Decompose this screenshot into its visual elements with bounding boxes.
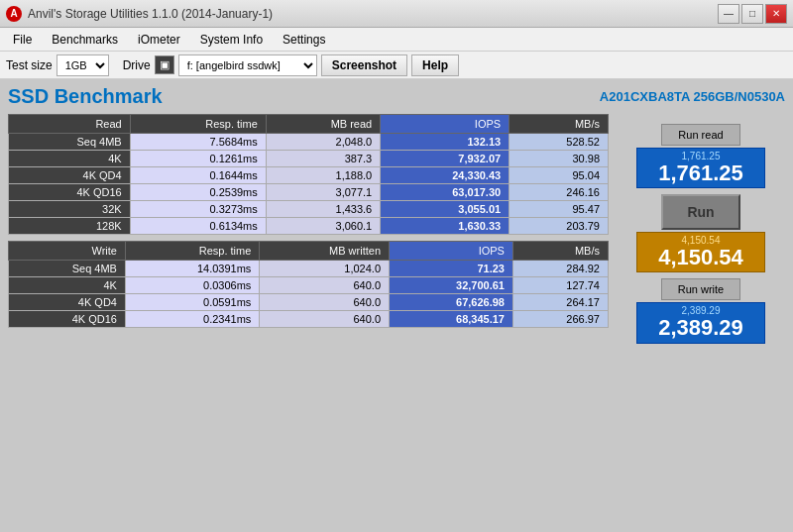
read-iops: 24,330.43: [381, 167, 510, 184]
mb-read-header: MB read: [266, 115, 380, 134]
read-table-row: 4K QD40.1644ms1,188.024,330.4395.04: [9, 167, 609, 184]
total-score-box: 4,150.54 4,150.54: [636, 232, 765, 272]
maximize-button[interactable]: □: [741, 4, 763, 24]
read-table-row: Seq 4MB7.5684ms2,048.0132.13528.52: [9, 134, 609, 151]
test-size-select[interactable]: 1GB 2GB 4GB: [57, 54, 109, 76]
menu-iometer[interactable]: iOmeter: [129, 29, 189, 51]
drive-label: Drive: [123, 58, 151, 72]
write-mb: 640.0: [260, 311, 390, 328]
total-score-large: 4,150.54: [641, 246, 760, 269]
benchmark-header: SSD Benchmark A201CXBA8TA 256GB/N0530A: [8, 85, 785, 108]
write-row-label: Seq 4MB: [9, 261, 126, 277]
read-resp-time: 0.1644ms: [130, 167, 266, 184]
read-table-row: 32K0.3273ms1,433.63,055.0195.47: [9, 201, 609, 218]
read-iops: 3,055.01: [381, 201, 510, 218]
write-table-row: 4K QD40.0591ms640.067,626.98264.17: [9, 294, 609, 311]
read-table-row: 4K QD160.2539ms3,077.163,017.30246.16: [9, 184, 609, 201]
write-mbs: 127.74: [512, 277, 608, 294]
read-row-label: 4K: [9, 151, 131, 167]
write-score-box: 2,389.29 2,389.29: [636, 302, 765, 343]
read-row-label: Seq 4MB: [9, 134, 131, 151]
toolbar: Test size 1GB 2GB 4GB Drive ▣ f: [angelb…: [0, 52, 793, 79]
write-resp-time: 0.2341ms: [125, 311, 259, 328]
read-resp-time: 0.2539ms: [130, 184, 266, 201]
benchmark-title: SSD Benchmark: [8, 85, 163, 108]
write-table: Write Resp. time MB written IOPS MB/s Se…: [8, 241, 609, 328]
read-mbs: 30.98: [510, 151, 609, 167]
main-panel: SSD Benchmark A201CXBA8TA 256GB/N0530A R…: [0, 79, 793, 532]
write-resp-header: Resp. time: [125, 242, 259, 261]
read-iops: 63,017.30: [381, 184, 510, 201]
write-mb: 640.0: [260, 294, 390, 311]
left-panel: Read Resp. time MB read IOPS MB/s Seq 4M…: [8, 114, 609, 344]
read-score-group: Run read 1,761.25 1,761.25: [636, 124, 765, 188]
write-table-row: 4K QD160.2341ms640.068,345.17266.97: [9, 311, 609, 328]
read-mb: 1,188.0: [266, 167, 380, 184]
window-title: Anvil's Storage Utilities 1.1.0 (2014-Ja…: [28, 7, 273, 21]
read-mbs: 95.47: [510, 201, 609, 218]
read-mbs: 246.16: [510, 184, 609, 201]
write-row-label: 4K: [9, 277, 126, 294]
write-iops: 71.23: [390, 261, 513, 277]
write-mb: 1,024.0: [260, 261, 390, 277]
write-resp-time: 14.0391ms: [125, 261, 259, 277]
title-bar: A Anvil's Storage Utilities 1.1.0 (2014-…: [0, 0, 793, 28]
write-mbs-header: MB/s: [512, 242, 608, 261]
screenshot-button[interactable]: Screenshot: [321, 54, 407, 76]
read-resp-time: 0.3273ms: [130, 201, 266, 218]
test-size-label: Test size: [6, 58, 53, 72]
read-table: Read Resp. time MB read IOPS MB/s Seq 4M…: [8, 114, 609, 235]
drive-icon: ▣: [155, 55, 174, 74]
write-resp-time: 0.0591ms: [125, 294, 259, 311]
menu-sysinfo[interactable]: System Info: [191, 29, 272, 51]
iops-header: IOPS: [381, 115, 510, 134]
write-iops-header: IOPS: [390, 242, 513, 261]
read-table-row: 4K0.1261ms387.37,932.0730.98: [9, 151, 609, 167]
app-icon: A: [6, 6, 22, 22]
read-table-row: 128K0.6134ms3,060.11,630.33203.79: [9, 218, 609, 235]
read-score-large: 1,761.25: [641, 161, 760, 185]
mb-written-header: MB written: [260, 242, 390, 261]
total-score-group: Run 4,150.54 4,150.54: [636, 194, 765, 272]
run-write-button[interactable]: Run write: [661, 278, 740, 300]
read-mb: 1,433.6: [266, 201, 380, 218]
right-panel: Run read 1,761.25 1,761.25 Run 4,150.54 …: [617, 114, 785, 344]
write-col-header: Write: [9, 242, 126, 261]
read-iops: 7,932.07: [381, 151, 510, 167]
read-iops: 1,630.33: [381, 218, 510, 235]
write-row-label: 4K QD16: [9, 311, 126, 328]
read-row-label: 32K: [9, 201, 131, 218]
write-resp-time: 0.0306ms: [125, 277, 259, 294]
run-button[interactable]: Run: [661, 194, 740, 230]
write-iops: 67,626.98: [390, 294, 513, 311]
window-controls: — □ ✕: [718, 4, 787, 24]
write-mbs: 284.92: [512, 261, 608, 277]
menu-bar: File Benchmarks iOmeter System Info Sett…: [0, 28, 793, 52]
minimize-button[interactable]: —: [718, 4, 739, 24]
write-row-label: 4K QD4: [9, 294, 126, 311]
read-resp-time: 7.5684ms: [130, 134, 266, 151]
mbs-header: MB/s: [510, 115, 609, 134]
help-button[interactable]: Help: [411, 54, 459, 76]
tables-and-controls: Read Resp. time MB read IOPS MB/s Seq 4M…: [8, 114, 785, 344]
menu-benchmarks[interactable]: Benchmarks: [43, 29, 127, 51]
menu-file[interactable]: File: [4, 29, 41, 51]
read-row-label: 4K QD16: [9, 184, 131, 201]
run-read-button[interactable]: Run read: [661, 124, 740, 146]
menu-settings[interactable]: Settings: [274, 29, 334, 51]
read-mb: 2,048.0: [266, 134, 380, 151]
write-table-row: 4K0.0306ms640.032,700.61127.74: [9, 277, 609, 294]
read-score-box: 1,761.25 1,761.25: [636, 148, 765, 188]
close-button[interactable]: ✕: [765, 4, 787, 24]
write-mb: 640.0: [260, 277, 390, 294]
read-mb: 3,077.1: [266, 184, 380, 201]
read-mb: 387.3: [266, 151, 380, 167]
read-mbs: 95.04: [510, 167, 609, 184]
read-row-label: 4K QD4: [9, 167, 131, 184]
read-resp-time: 0.6134ms: [130, 218, 266, 235]
resp-time-header: Resp. time: [130, 115, 266, 134]
read-mb: 3,060.1: [266, 218, 380, 235]
drive-select[interactable]: f: [angelbird ssdwk]: [178, 54, 317, 76]
write-mbs: 266.97: [512, 311, 608, 328]
write-score-group: Run write 2,389.29 2,389.29: [636, 278, 765, 343]
